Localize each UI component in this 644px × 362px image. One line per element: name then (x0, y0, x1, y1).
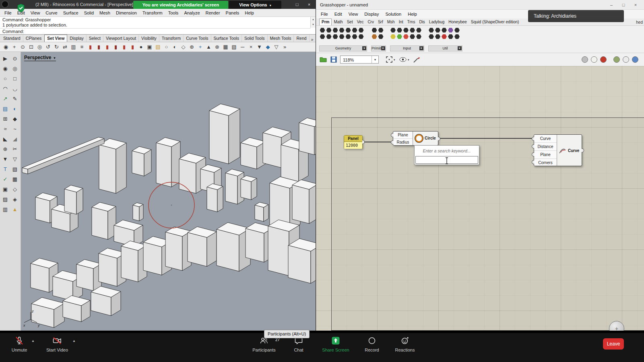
share-screen-button[interactable]: Share Screen (318, 335, 353, 359)
zoom-security-shield-icon[interactable] (17, 4, 25, 12)
tool-icon[interactable]: ─ (238, 43, 247, 51)
category-tab[interactable]: Msh (385, 19, 397, 25)
tool-icon[interactable]: ◆ (10, 114, 20, 124)
component-icon[interactable] (333, 34, 338, 39)
tool-icon[interactable]: ○ (162, 43, 171, 51)
input-nub[interactable] (391, 140, 393, 144)
menu-item[interactable]: View (28, 10, 43, 15)
menu-item[interactable]: Display (361, 12, 382, 16)
menu-item[interactable]: File (2, 10, 14, 15)
category-tab[interactable]: Int (397, 19, 405, 25)
reactions-button[interactable]: Reactions (390, 335, 420, 359)
viewport-menu-caret-icon[interactable]: ▼ (53, 56, 56, 60)
tool-icon[interactable]: □ (10, 74, 20, 84)
component-icon[interactable] (320, 34, 325, 39)
tool-icon[interactable]: ≈ (0, 124, 10, 134)
tool-icon[interactable]: ▦ (221, 43, 230, 51)
tool-icon[interactable]: + (196, 43, 204, 51)
input-distance[interactable]: Distance (534, 143, 557, 151)
component-icon[interactable] (346, 28, 351, 33)
toolbar-tab[interactable]: Mesh Tools (268, 35, 294, 42)
component-icon[interactable] (390, 28, 396, 33)
toolbar-tab[interactable]: Visibility (139, 35, 159, 42)
tool-icon[interactable]: ▼ (0, 154, 10, 164)
component-icon[interactable] (378, 34, 384, 39)
component-icon[interactable] (339, 28, 345, 33)
paint-wire-icon[interactable] (413, 56, 421, 64)
window-button[interactable]: □ (617, 0, 630, 10)
menu-item[interactable]: Surface (60, 10, 81, 15)
window-button[interactable]: – (605, 0, 617, 10)
tool-icon[interactable]: ▣ (145, 43, 154, 51)
tool-icon[interactable]: ◇ (10, 184, 20, 194)
dropdown-arrow-icon[interactable]: ▾ (394, 58, 395, 62)
tool-icon[interactable]: ▮ (111, 43, 120, 51)
tool-icon[interactable]: ▲ (204, 43, 213, 51)
chevron-up-icon[interactable]: ▲ (72, 339, 76, 343)
category-tab[interactable]: Vec (355, 19, 366, 25)
window-button[interactable]: × (630, 0, 642, 10)
input-radius[interactable]: Radius (393, 139, 413, 146)
toolbar-tab[interactable]: Standard (1, 35, 23, 42)
tool-icon[interactable]: ◎ (10, 64, 20, 74)
zoom-level-select[interactable]: 118%▾ (340, 56, 379, 64)
tool-icon[interactable]: ◆ (264, 43, 272, 51)
unmute-button[interactable]: ▲ Unmute (6, 335, 33, 359)
window-button[interactable]: □ (294, 0, 300, 9)
tool-icon[interactable]: ≡ (78, 43, 86, 51)
tool-icon[interactable]: ◢ (10, 134, 20, 144)
menu-item[interactable]: Help (242, 10, 257, 15)
component-icon[interactable] (359, 28, 364, 33)
output-curve[interactable]: Curve (568, 148, 579, 153)
command-history[interactable]: Command: Grasshopper 1 polysurface added… (0, 17, 311, 29)
toolbar-tab[interactable]: Viewport Layout (103, 35, 139, 42)
tab-overflow-chevron[interactable]: » (311, 37, 314, 42)
component-icon[interactable] (429, 34, 434, 39)
tool-icon[interactable]: ◣ (0, 134, 10, 144)
category-tab[interactable]: Trns (405, 19, 417, 25)
tool-icon[interactable]: ◉ (2, 43, 10, 51)
component-icon[interactable] (403, 28, 409, 33)
menu-item[interactable]: Solid (81, 10, 97, 15)
component-icon[interactable] (448, 34, 453, 39)
component-icon[interactable] (352, 34, 357, 39)
tool-icon[interactable]: ▼ (255, 43, 264, 51)
component-icon[interactable] (403, 34, 409, 39)
palette-group-label[interactable]: Input▾ (390, 45, 424, 51)
tool-icon[interactable]: ✓ (0, 174, 10, 184)
command-prompt[interactable]: Command: (0, 28, 24, 34)
tool-icon[interactable]: ✂ (10, 144, 20, 154)
component-icon[interactable] (372, 28, 377, 33)
tool-icon[interactable]: ◠ (0, 84, 10, 94)
component-icon[interactable] (435, 34, 440, 39)
dropdown-arrow-icon[interactable]: ▾ (408, 58, 409, 62)
input-curve[interactable]: Curve (534, 135, 557, 143)
component-icon[interactable] (339, 34, 345, 39)
toolbar-tab[interactable]: Set View (44, 35, 67, 42)
component-icon[interactable] (352, 28, 357, 33)
category-tab[interactable]: Srf (376, 19, 385, 25)
component-icon[interactable] (333, 28, 338, 33)
tool-icon[interactable]: ⊕ (188, 43, 196, 51)
component-icon[interactable] (416, 34, 421, 39)
component-icon[interactable] (454, 28, 460, 33)
command-scrollbar[interactable]: ▲▼ (310, 17, 316, 28)
preview-eye-icon[interactable] (399, 56, 407, 64)
tool-icon[interactable]: ▶ (0, 53, 10, 64)
tool-icon[interactable]: ▽ (272, 43, 281, 51)
category-tab[interactable]: Honeybee (446, 19, 469, 25)
component-icon[interactable] (410, 34, 415, 39)
tool-icon[interactable]: ▧ (10, 164, 20, 174)
open-file-icon[interactable] (319, 56, 327, 64)
window-button[interactable]: × (306, 0, 312, 9)
expand-arrow-icon[interactable]: ▾ (419, 46, 423, 50)
menu-item[interactable]: Dimension (113, 10, 140, 15)
start-video-button[interactable]: ▲ Start Video (40, 335, 74, 359)
chevron-up-icon[interactable]: ▲ (31, 339, 35, 343)
menu-item[interactable]: Curve (43, 10, 60, 15)
component-icon[interactable] (448, 28, 453, 33)
component-icon[interactable] (442, 34, 447, 39)
grasshopper-canvas[interactable]: Panel 12000 Plane Radius Circle Enter a … (316, 66, 644, 331)
input-plane[interactable]: Plane (393, 132, 413, 139)
input-nub[interactable] (532, 160, 534, 164)
